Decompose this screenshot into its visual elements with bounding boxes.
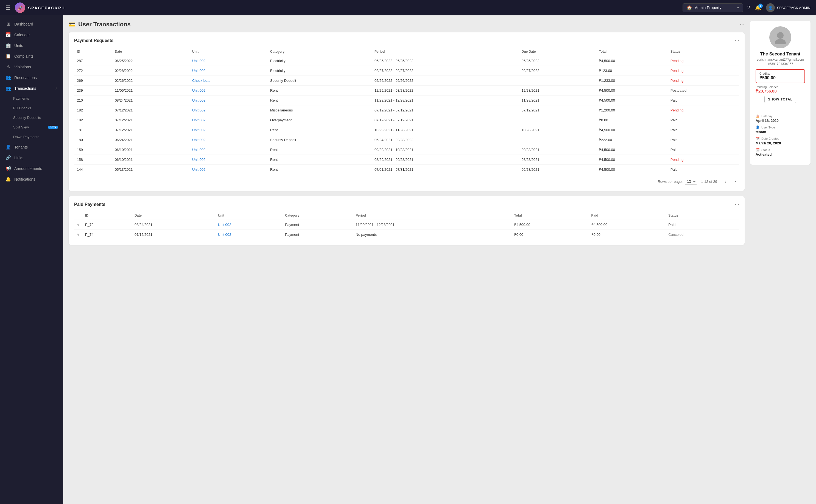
sidebar-item-notifications[interactable]: 🔔 Notifications: [0, 174, 63, 184]
cell-status: Paid: [668, 96, 739, 105]
sidebar-label-calendar: Calendar: [14, 33, 58, 37]
right-panel: The Second Tenant edrichhans+tenant2@gma…: [750, 21, 811, 499]
user-info[interactable]: 👤 SPACEPACK ADMIN: [766, 3, 811, 12]
cell-date: 11/05/2021: [112, 86, 189, 96]
rows-per-page-select[interactable]: 12 25 50: [685, 178, 697, 184]
cell-date: 08/24/2021: [132, 220, 215, 230]
sidebar-label-security-deposits: Security Deposits: [13, 116, 58, 120]
page-title: User Transactions: [78, 21, 737, 28]
sidebar-item-complaints[interactable]: 📋 Complaints: [0, 51, 63, 61]
sidebar-item-transactions[interactable]: 👥 Transactions ∧: [0, 83, 63, 94]
complaints-icon: 📋: [5, 54, 11, 59]
sidebar-item-split-view[interactable]: Split View BETA: [0, 122, 63, 132]
table-row: 159 06/10/2021 Unit 002 Rent 09/29/2021 …: [74, 145, 739, 155]
cell-unit[interactable]: Unit 002: [189, 56, 267, 66]
announcements-icon: 📢: [5, 166, 11, 171]
sidebar-item-calendar[interactable]: 📅 Calendar: [0, 29, 63, 40]
hamburger-icon[interactable]: ☰: [5, 4, 10, 11]
user-phone: +6391781334357: [756, 62, 805, 66]
cell-unit[interactable]: Unit 002: [215, 230, 282, 240]
cell-category: Payment: [282, 230, 353, 240]
user-type-icon: 👤: [756, 125, 760, 129]
payment-requests-more-icon[interactable]: ⋯: [735, 38, 739, 43]
sidebar-label-down-payments: Down Payments: [13, 135, 58, 139]
sidebar-item-tenants[interactable]: 👤 Tenants: [0, 142, 63, 152]
paid-payments-more-icon[interactable]: ⋯: [735, 202, 739, 207]
col-category: Category: [282, 211, 353, 220]
cell-total: ₱4,500.00: [596, 86, 667, 96]
cell-unit[interactable]: Unit 002: [189, 115, 267, 125]
user-type-section: 👤 User Type tenant: [756, 125, 805, 134]
cell-id: 159: [74, 145, 112, 155]
cell-category: Electricity: [267, 66, 372, 76]
sidebar-item-dashboard[interactable]: ⊞ Dashboard: [0, 19, 63, 29]
page-icon: 💳: [69, 21, 76, 28]
col-id: ID: [82, 211, 132, 220]
cell-id: 210: [74, 96, 112, 105]
notification-badge: 1: [758, 4, 763, 8]
property-selector[interactable]: 🏠 Admin Property ▾: [683, 3, 743, 12]
cell-period: 08/29/2021 - 09/28/2021: [372, 155, 519, 165]
cell-unit[interactable]: Unit 002: [215, 220, 282, 230]
tenants-icon: 👤: [5, 144, 11, 150]
next-page-button[interactable]: ›: [731, 178, 739, 185]
cell-period: 07/12/2021 - 07/12/2021: [372, 105, 519, 115]
sidebar-submenu-transactions: Payments PD Checks Security Deposits Spl…: [0, 94, 63, 142]
cell-unit[interactable]: Unit 002: [189, 125, 267, 135]
date-created-label: Date Created: [761, 137, 779, 140]
cell-period: 07/01/2021 - 07/31/2021: [372, 165, 519, 175]
pending-balance-value: ₱20,756.00: [756, 89, 805, 94]
sidebar-item-security-deposits[interactable]: Security Deposits: [0, 113, 63, 122]
help-icon[interactable]: ?: [747, 5, 750, 11]
cell-unit[interactable]: Unit 002: [189, 155, 267, 165]
transactions-icon: 👥: [5, 86, 11, 91]
cell-date: 07/12/2021: [112, 115, 189, 125]
credits-label: Credits:: [759, 72, 801, 75]
show-total-button[interactable]: SHOW TOTAL: [764, 96, 796, 103]
sidebar-item-payments[interactable]: Payments: [0, 94, 63, 103]
table-row: ∨ P_79 08/24/2021 Unit 002 Payment 11/29…: [74, 220, 739, 230]
credits-value: ₱500.00: [759, 75, 801, 80]
cell-unit[interactable]: Unit 002: [189, 96, 267, 105]
cell-date: 07/12/2021: [132, 230, 215, 240]
cell-period: 07/12/2021 - 07/12/2021: [372, 115, 519, 125]
cell-unit[interactable]: Unit 002: [189, 145, 267, 155]
sidebar-item-reservations[interactable]: 👥 Reservations: [0, 72, 63, 83]
cell-unit[interactable]: Check Lo...: [189, 76, 267, 86]
cell-category: Security Deposit: [267, 76, 372, 86]
cell-date: 07/12/2021: [112, 105, 189, 115]
violations-icon: ⚠: [5, 64, 11, 69]
cell-unit[interactable]: Unit 002: [189, 86, 267, 96]
cell-unit[interactable]: Unit 002: [189, 135, 267, 145]
col-date: Date: [132, 211, 215, 220]
cell-date: 07/12/2021: [112, 125, 189, 135]
units-icon: 🏢: [5, 43, 11, 48]
cell-id: 287: [74, 56, 112, 66]
sidebar-item-violations[interactable]: ⚠ Violations: [0, 61, 63, 72]
birthday-label: Birthday: [761, 114, 772, 118]
sidebar-item-pd-checks[interactable]: PD Checks: [0, 103, 63, 113]
sidebar-label-pd-checks: PD Checks: [13, 106, 58, 110]
sidebar-item-down-payments[interactable]: Down Payments: [0, 132, 63, 142]
logo-icon: 🚀: [15, 2, 25, 13]
expand-cell[interactable]: ∨: [74, 220, 82, 230]
user-type-label: User Type: [761, 126, 775, 129]
cell-unit[interactable]: Unit 002: [189, 66, 267, 76]
prev-page-button[interactable]: ‹: [722, 178, 729, 185]
sidebar-item-announcements[interactable]: 📢 Announcements: [0, 163, 63, 174]
cell-category: Rent: [267, 125, 372, 135]
cell-due-date: 06/25/2022: [519, 56, 596, 66]
sidebar-item-links[interactable]: 🔗 Links: [0, 152, 63, 163]
cell-status: Pending: [668, 155, 739, 165]
col-id: ID: [74, 47, 112, 56]
cell-unit[interactable]: Unit 002: [189, 105, 267, 115]
cell-unit[interactable]: Unit 002: [189, 165, 267, 175]
sidebar-item-units[interactable]: 🏢 Units: [0, 40, 63, 51]
table-row: 144 05/13/2021 Unit 002 Rent 07/01/2021 …: [74, 165, 739, 175]
notification-icon[interactable]: 🔔 1: [755, 5, 761, 11]
cell-id: 272: [74, 66, 112, 76]
page-more-icon[interactable]: ⋯: [740, 21, 745, 27]
birthday-icon: 🎂: [756, 114, 760, 118]
table-row: 287 06/25/2022 Unit 002 Electricity 06/2…: [74, 56, 739, 66]
expand-cell[interactable]: ∨: [74, 230, 82, 240]
